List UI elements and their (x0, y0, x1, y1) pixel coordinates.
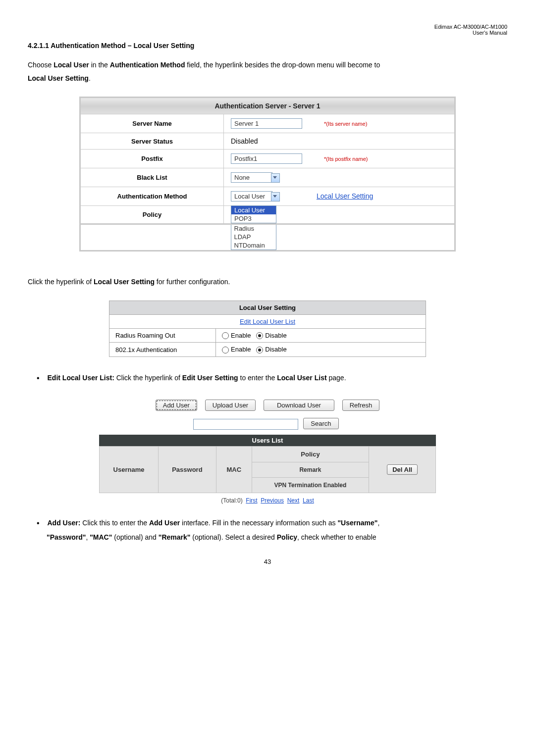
dropdown-option-ntdomain[interactable]: NTDomain (231, 241, 276, 250)
search-input[interactable] (193, 419, 298, 430)
postfix-hint: *(Its postfix name) (324, 156, 368, 162)
server-name-label: Server Name (80, 114, 224, 133)
local-user-setting-link[interactable]: Local User Setting (317, 192, 373, 200)
8021x-auth-label: 802.1x Authentication (109, 343, 216, 357)
col-remark: Remark (252, 462, 369, 477)
chevron-down-icon[interactable] (271, 192, 280, 202)
blacklist-label: Black List (80, 168, 224, 187)
edit-local-user-list-link[interactable]: Edit Local User List (240, 318, 295, 325)
bullet-add-user: Add User: Click this to enter the Add Us… (28, 516, 507, 544)
server-name-hint: *(Its server name) (324, 121, 367, 127)
auth-method-label: Authentication Method (80, 187, 224, 206)
8021x-enable-radio[interactable] (222, 347, 229, 353)
pager-next[interactable]: Next (287, 497, 300, 504)
col-vpn: VPN Termination Enabled (252, 477, 369, 493)
dropdown-option-radius[interactable]: Radius (231, 224, 276, 233)
intro-paragraph: Choose Local User in the Authentication … (28, 58, 507, 85)
section-heading: 4.2.1.1 Authentication Method – Local Us… (28, 42, 507, 50)
postfix-label: Postfix (80, 150, 224, 168)
users-list-table: Username Password MAC Policy Del All Rem… (99, 446, 436, 493)
add-user-button[interactable]: Add User (156, 400, 197, 411)
auth-table-heading: Authentication Server - Server 1 (80, 98, 455, 114)
pager: (Total:0) First Previous Next Last (99, 497, 436, 504)
refresh-button[interactable]: Refresh (342, 400, 380, 411)
radius-roaming-enable-radio[interactable] (222, 332, 229, 339)
doc-subtitle: User's Manual (473, 30, 507, 36)
8021x-disable-radio[interactable] (256, 347, 263, 353)
chevron-down-icon[interactable] (271, 173, 280, 183)
upload-user-button[interactable]: Upload User (205, 400, 256, 411)
blacklist-select[interactable]: None (231, 172, 272, 183)
local-table-heading: Local User Setting (109, 301, 426, 314)
pager-last[interactable]: Last (303, 497, 314, 504)
local-user-setting-table: Local User Setting Edit Local User List … (109, 301, 426, 357)
dropdown-option-ldap[interactable]: LDAP (231, 233, 276, 241)
server-status-value: Disabled (224, 133, 455, 150)
bullet-edit-local-user: Edit Local User List: Click the hyperlin… (28, 371, 507, 386)
pager-first[interactable]: First (246, 497, 257, 504)
download-user-button[interactable]: Download User (264, 400, 334, 411)
policy-label: Policy (80, 206, 224, 224)
server-name-input[interactable]: Server 1 (231, 118, 302, 129)
col-password: Password (158, 446, 216, 493)
users-list-bar: Users List (99, 435, 436, 446)
auth-server-table: Authentication Server - Server 1 Server … (79, 97, 456, 252)
dropdown-option-pop3[interactable]: POP3 (231, 214, 276, 223)
auth-method-dropdown-overflow[interactable]: Radius LDAP NTDomain (231, 224, 276, 250)
col-policy: Policy (252, 446, 369, 462)
search-button[interactable]: Search (303, 418, 338, 429)
col-mac: MAC (216, 446, 252, 493)
col-username: Username (100, 446, 159, 493)
page-number: 43 (28, 558, 507, 565)
click-hyperlink-sentence: Click the hyperlink of Local User Settin… (28, 275, 507, 289)
auth-method-dropdown-open[interactable]: Local User POP3 (231, 205, 276, 223)
auth-method-select[interactable]: Local User (231, 191, 272, 202)
server-status-label: Server Status (80, 133, 224, 150)
radius-roaming-label: Radius Roaming Out (109, 328, 216, 343)
pager-previous[interactable]: Previous (261, 497, 284, 504)
postfix-input[interactable]: Postfix1 (231, 153, 302, 164)
product-name: Edimax AC-M3000/AC-M1000 (434, 24, 507, 30)
radius-roaming-disable-radio[interactable] (256, 332, 263, 339)
del-all-button[interactable]: Del All (387, 464, 418, 475)
dropdown-option-local-user[interactable]: Local User (231, 206, 276, 214)
